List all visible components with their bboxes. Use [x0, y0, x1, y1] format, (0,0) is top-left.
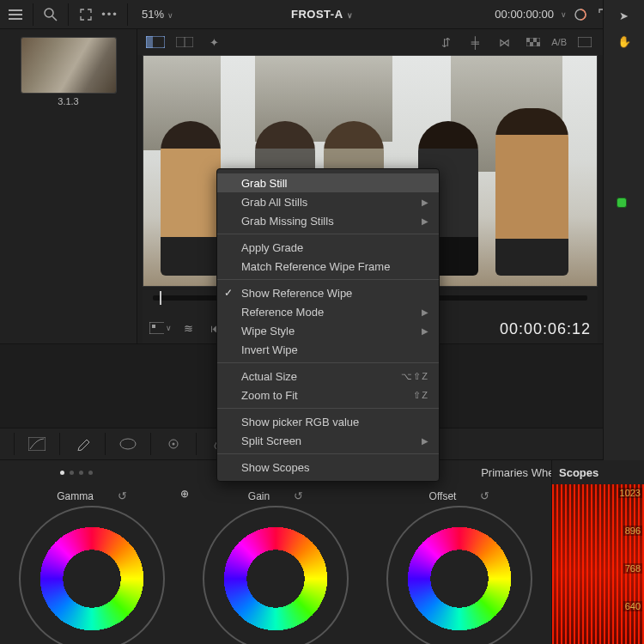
wheel-label: Gamma — [57, 490, 94, 502]
svg-rect-12 — [149, 322, 164, 334]
search-icon[interactable] — [40, 4, 61, 25]
scope-tick: 640 — [623, 601, 642, 611]
scopes-waveform[interactable]: 1023 896 768 640 — [552, 484, 644, 644]
expand-icon[interactable] — [76, 4, 96, 25]
svg-rect-11 — [578, 37, 592, 47]
menu-item[interactable]: Reference Mode▶ — [217, 302, 439, 321]
still-label: 3.1.3 — [0, 96, 137, 106]
eyedropper-icon[interactable] — [72, 434, 93, 454]
scopes-title[interactable]: Scopes — [552, 460, 644, 484]
reset-gamma-icon[interactable]: ↺ — [118, 489, 127, 502]
figure — [161, 121, 221, 276]
menu-item[interactable]: Grab Still — [217, 173, 439, 192]
menu-item[interactable]: Invert Wipe — [217, 340, 439, 359]
wheel-label: Offset — [429, 490, 457, 502]
scope-tick: 1023 — [618, 488, 642, 498]
wheel-label: Gain — [248, 490, 270, 502]
scope-tick: 896 — [623, 526, 642, 536]
wipe-tie-icon[interactable]: ⋈ — [493, 33, 515, 52]
menu-item[interactable]: Actual Size⌥⇧Z — [217, 367, 439, 386]
menu-item[interactable]: Grab All Stills▶ — [217, 192, 439, 211]
viewer-context-menu: Grab StillGrab All Stills▶Grab Missing S… — [216, 168, 440, 482]
clip-name[interactable]: FROST-A∨ — [291, 8, 353, 21]
svg-rect-13 — [152, 325, 155, 328]
reset-offset-icon[interactable]: ↺ — [480, 489, 489, 502]
menu-item[interactable]: Show Scopes — [217, 458, 439, 477]
svg-point-0 — [45, 9, 53, 17]
magic-wand-icon[interactable]: ✦ — [203, 33, 225, 52]
arrow-pointer-icon[interactable]: ➤ — [614, 5, 635, 26]
window-shape-icon[interactable] — [118, 434, 138, 454]
reset-gain-icon[interactable]: ↺ — [294, 489, 303, 502]
node-indicator[interactable] — [617, 197, 627, 208]
svg-point-17 — [173, 443, 175, 446]
layers-icon[interactable]: ≋ — [177, 318, 199, 338]
ab-label[interactable]: A/B — [551, 37, 567, 47]
menu-item[interactable]: Split Screen▶ — [217, 431, 439, 450]
menu-item[interactable]: Zoom to Fit⇧Z — [217, 386, 439, 404]
hand-icon[interactable]: ✋ — [614, 31, 635, 52]
zoom-level[interactable]: 51%∨ — [142, 8, 173, 21]
split-icon[interactable] — [173, 33, 196, 52]
svg-point-15 — [120, 439, 136, 449]
checker-icon[interactable] — [522, 33, 544, 52]
page-dots[interactable] — [60, 471, 93, 475]
wipe-center-icon[interactable]: ╪ — [464, 33, 486, 52]
svg-rect-9 — [530, 42, 533, 46]
menu-item[interactable]: Apply Grade — [217, 238, 439, 257]
more-icon[interactable]: ••• — [100, 4, 120, 25]
list-view-icon[interactable] — [5, 4, 26, 25]
menu-item[interactable]: Wipe Style▶ — [217, 321, 439, 340]
frame-icon[interactable] — [574, 33, 596, 52]
tracker-icon[interactable] — [163, 434, 184, 454]
menu-item[interactable]: ✓Show Reference Wipe — [217, 283, 439, 302]
menu-item[interactable]: Show picker RGB value — [217, 412, 439, 431]
svg-rect-8 — [533, 38, 537, 42]
svg-rect-7 — [526, 38, 530, 42]
wipe-h-icon[interactable]: ⇵ — [434, 33, 457, 52]
svg-rect-10 — [537, 42, 540, 46]
still-thumbnail[interactable] — [21, 38, 116, 93]
curves-icon[interactable] — [27, 434, 47, 454]
timecode-top[interactable]: 00:00:00:00 — [495, 8, 554, 21]
offset-wheel[interactable] — [386, 506, 532, 644]
color-wheels-panel: Gamma↺⊕ Gain↺ Offset↺ — [0, 484, 551, 644]
menu-item[interactable]: Grab Missing Stills▶ — [217, 211, 439, 230]
scope-tick: 768 — [623, 563, 642, 574]
svg-rect-3 — [146, 36, 153, 48]
timecode-main: 00:00:06:12 — [500, 320, 591, 338]
figure — [495, 108, 568, 276]
gain-wheel[interactable] — [203, 506, 349, 644]
menu-item[interactable]: Match Reference Wipe Frame — [217, 257, 439, 276]
gamma-wheel[interactable] — [19, 506, 165, 644]
bypass-icon[interactable] — [570, 4, 591, 25]
gallery-btn-icon[interactable]: ∨ — [149, 318, 172, 338]
image-wipe-icon[interactable] — [144, 33, 167, 52]
